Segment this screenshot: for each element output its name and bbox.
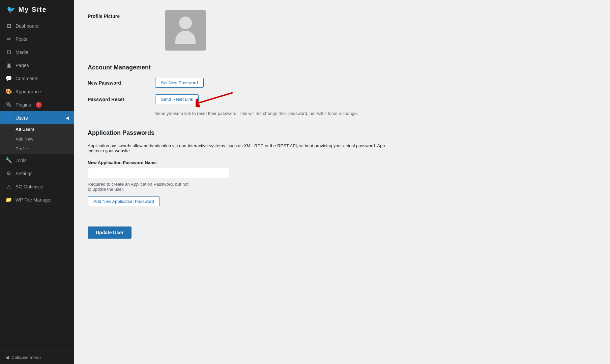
svg-line-1 <box>199 93 233 103</box>
sidebar-item-dashboard[interactable]: ⊞ Dashboard <box>0 19 74 32</box>
reset-link-description: Send ymese a link to reset their passwor… <box>155 111 597 116</box>
plugins-icon: 🔌 <box>5 101 12 108</box>
sidebar-item-label: Plugins <box>16 102 31 108</box>
new-app-password-input[interactable] <box>88 168 229 179</box>
sidebar-item-sg-optimizer[interactable]: △ SG Optimizer <box>0 180 74 193</box>
account-management-title: Account Management <box>88 64 597 71</box>
password-reset-row: Password Reset Send Reset Link Send ymes <box>88 94 597 116</box>
sidebar-item-label: Pages <box>16 63 29 68</box>
appearance-icon: 🎨 <box>5 88 12 95</box>
settings-icon: ⚙ <box>5 170 12 177</box>
set-new-password-button[interactable]: Set New Password <box>155 78 204 88</box>
sidebar-item-label: SG Optimizer <box>16 184 44 189</box>
collapse-menu-button[interactable]: ◀ Collapse menu <box>0 351 74 364</box>
sidebar-item-label: Tools <box>16 158 27 163</box>
red-arrow-container: Send Reset Link <box>155 94 199 104</box>
sidebar-item-label: Settings <box>16 171 33 176</box>
new-password-label: New Password <box>88 80 155 86</box>
account-management-section: Account Management New Password Set New … <box>88 64 597 116</box>
password-reset-label: Password Reset <box>88 97 155 102</box>
media-icon: ⊡ <box>5 49 12 55</box>
plugins-badge: 1 <box>36 102 42 108</box>
red-arrow-annotation <box>196 89 236 110</box>
users-collapse-arrow: ◀ <box>66 116 69 120</box>
sidebar-item-label: Posts <box>16 36 27 42</box>
app-passwords-description: Application passwords allow authenticati… <box>88 143 391 153</box>
sidebar-item-label: WP File Manager <box>16 197 52 203</box>
wp-file-manager-icon: 📁 <box>5 196 12 203</box>
sidebar-item-label: Comments <box>16 76 38 81</box>
sidebar-item-pages[interactable]: ▣ Pages <box>0 59 74 72</box>
avatar-figure <box>175 17 196 44</box>
add-new-application-password-button[interactable]: Add New Application Password <box>88 196 160 206</box>
update-user-button[interactable]: Update User <box>88 226 132 239</box>
avatar-body <box>175 31 196 44</box>
avatar <box>165 10 206 51</box>
password-reset-form-row: Password Reset Send Reset Link <box>88 94 597 104</box>
new-password-row: New Password Set New Password <box>88 78 597 88</box>
sidebar-item-tools[interactable]: 🔧 Tools <box>0 154 74 167</box>
sidebar-item-label: Media <box>16 50 28 55</box>
sidebar-item-posts[interactable]: ✏ Posts <box>0 32 74 46</box>
application-passwords-section: Application Passwords Application passwo… <box>88 129 597 216</box>
site-logo: 🐦 My Site <box>7 6 47 13</box>
app-password-hint: Required to create an Application Passwo… <box>88 182 597 192</box>
pages-icon: ▣ <box>5 62 12 68</box>
sidebar-item-label: Users <box>16 115 28 121</box>
sidebar-sub-item-profile[interactable]: Profile <box>0 144 74 154</box>
sidebar-item-users[interactable]: 👤 Users ◀ <box>0 111 74 124</box>
dashboard-icon: ⊞ <box>5 23 12 29</box>
main-content: Profile Picture Account Management New P… <box>74 0 610 364</box>
sg-optimizer-icon: △ <box>5 183 12 190</box>
app-passwords-title: Application Passwords <box>88 129 597 136</box>
collapse-label: Collapse menu <box>11 355 41 360</box>
users-icon: 👤 <box>5 115 12 121</box>
sidebar-sub-item-add-new[interactable]: Add New <box>0 134 74 144</box>
sidebar-item-settings[interactable]: ⚙ Settings <box>0 167 74 180</box>
sidebar-item-comments[interactable]: 💬 Comments <box>0 72 74 85</box>
sidebar-item-plugins[interactable]: 🔌 Plugins 1 <box>0 98 74 111</box>
update-user-container: Update User <box>88 226 597 239</box>
send-reset-link-button[interactable]: Send Reset Link <box>155 94 199 104</box>
sidebar-logo: 🐦 My Site <box>0 0 74 19</box>
profile-picture-section: Profile Picture <box>88 10 597 51</box>
profile-picture-label: Profile Picture <box>88 10 155 19</box>
sidebar: 🐦 My Site ⊞ Dashboard ✏ Posts ⊡ Media ▣ … <box>0 0 74 364</box>
users-submenu: All Users Add New Profile <box>0 124 74 154</box>
collapse-icon: ◀ <box>5 355 9 360</box>
new-app-password-name-label: New Application Password Name <box>88 160 597 165</box>
sidebar-item-media[interactable]: ⊡ Media <box>0 46 74 59</box>
sidebar-item-wp-file-manager[interactable]: 📁 WP File Manager <box>0 193 74 206</box>
avatar-head <box>179 17 192 29</box>
sidebar-item-label: Appearance <box>16 89 41 94</box>
sidebar-item-appearance[interactable]: 🎨 Appearance <box>0 85 74 98</box>
sidebar-item-label: Dashboard <box>16 23 39 29</box>
posts-icon: ✏ <box>5 36 12 42</box>
tools-icon: 🔧 <box>5 157 12 163</box>
sidebar-sub-item-all-users[interactable]: All Users <box>0 124 74 134</box>
comments-icon: 💬 <box>5 75 12 82</box>
